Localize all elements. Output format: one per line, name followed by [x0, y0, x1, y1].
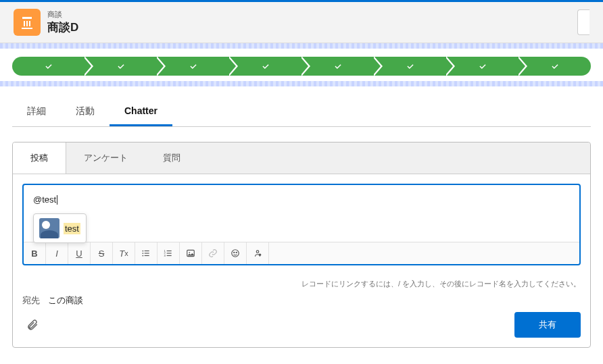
- attachment-button[interactable]: [22, 315, 43, 335]
- mention-button[interactable]: [247, 242, 269, 264]
- svg-rect-1: [145, 251, 149, 251]
- svg-point-14: [232, 250, 239, 257]
- mention-autocomplete[interactable]: test: [33, 213, 87, 243]
- svg-point-15: [234, 252, 235, 253]
- editor-typed-text: @test: [33, 194, 56, 205]
- svg-rect-7: [167, 251, 172, 251]
- subtab-question[interactable]: 質問: [145, 142, 198, 174]
- svg-point-18: [259, 254, 262, 257]
- editor-hint-text: レコードにリンクするには、/ を入力し、その後にレコード名を入力してください。: [13, 279, 590, 289]
- text-cursor: [57, 195, 57, 205]
- publisher-tabs: 投稿 アンケート 質問: [13, 142, 590, 174]
- svg-rect-5: [145, 255, 149, 256]
- share-button[interactable]: 共有: [514, 312, 581, 338]
- editor-toolbar: B I U S Tx 123: [24, 242, 579, 264]
- subtab-post[interactable]: 投稿: [13, 142, 66, 174]
- clear-format-button[interactable]: Tx: [113, 242, 135, 264]
- divider-pattern: [0, 81, 603, 86]
- stage-path: [0, 49, 603, 81]
- strikethrough-button[interactable]: S: [91, 242, 113, 264]
- bullet-list-button[interactable]: [135, 242, 158, 264]
- post-editor-content[interactable]: @test test: [24, 185, 579, 242]
- svg-rect-11: [167, 255, 172, 256]
- svg-point-4: [142, 255, 143, 257]
- stage-step[interactable]: [374, 57, 446, 76]
- svg-point-16: [236, 252, 237, 253]
- header-divider-pattern: [0, 43, 603, 49]
- bold-button[interactable]: B: [24, 242, 46, 264]
- stage-step[interactable]: [302, 57, 374, 76]
- italic-button[interactable]: I: [46, 242, 68, 264]
- stage-step[interactable]: [12, 57, 85, 76]
- mention-suggestion-name: test: [64, 223, 80, 234]
- tab-chatter[interactable]: Chatter: [110, 99, 172, 126]
- underline-button[interactable]: U: [68, 242, 91, 264]
- svg-rect-9: [167, 253, 172, 253]
- header-action-button[interactable]: [577, 9, 589, 35]
- recipient-label: 宛先: [22, 294, 40, 307]
- opportunity-icon: [14, 9, 41, 36]
- stage-step[interactable]: [518, 57, 591, 76]
- svg-point-13: [189, 252, 190, 253]
- number-list-button[interactable]: 123: [158, 242, 180, 264]
- record-title: 商談D: [47, 20, 78, 35]
- tab-detail[interactable]: 詳細: [12, 99, 61, 126]
- emoji-button[interactable]: [224, 242, 247, 264]
- svg-text:3: 3: [164, 254, 166, 257]
- image-button[interactable]: [180, 242, 202, 264]
- record-header: 商談 商談D: [0, 2, 603, 43]
- stage-step[interactable]: [85, 57, 157, 76]
- svg-point-17: [256, 251, 259, 253]
- post-recipient-row: 宛先 この商談: [13, 289, 590, 307]
- chatter-publisher: 投稿 アンケート 質問 @test test B I U S Tx: [12, 142, 591, 348]
- record-tabs: 詳細 活動 Chatter: [12, 99, 591, 127]
- link-button: [202, 242, 224, 264]
- stage-step[interactable]: [446, 57, 518, 76]
- post-editor[interactable]: @test test B I U S Tx 123: [22, 184, 581, 265]
- stage-step[interactable]: [229, 57, 302, 76]
- svg-rect-3: [145, 253, 149, 253]
- svg-point-2: [142, 253, 143, 254]
- recipient-value[interactable]: この商談: [48, 294, 83, 307]
- subtab-poll[interactable]: アンケート: [66, 142, 145, 174]
- tab-activity[interactable]: 活動: [61, 99, 110, 126]
- stage-step[interactable]: [157, 57, 229, 76]
- avatar: [39, 218, 59, 238]
- record-type-label: 商談: [47, 9, 78, 20]
- svg-point-0: [142, 251, 143, 252]
